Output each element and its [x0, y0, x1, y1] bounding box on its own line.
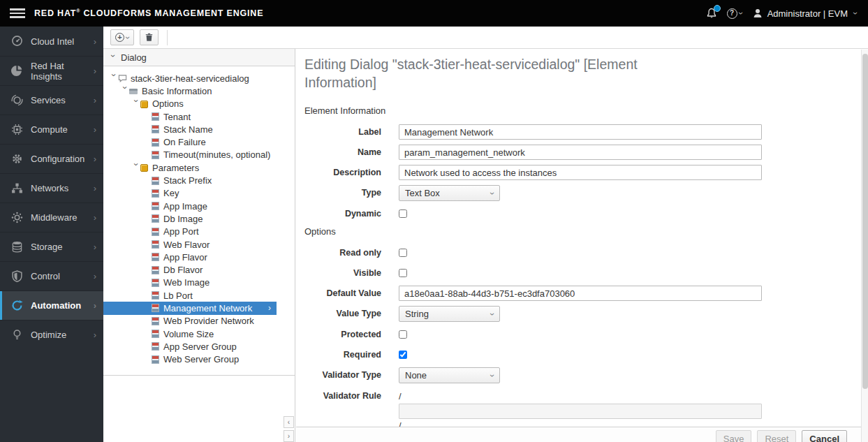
reset-button[interactable]: Reset [757, 430, 796, 442]
default-value-input[interactable] [399, 286, 762, 301]
required-checkbox[interactable] [399, 351, 407, 359]
group-icon [140, 101, 148, 108]
element-icon [152, 291, 159, 300]
collapse-panel-button[interactable]: ‹ [284, 416, 294, 428]
name-input[interactable] [399, 145, 762, 160]
protected-checkbox[interactable] [399, 330, 407, 339]
app-brand-title: RED HAT® CLOUDFORMS MANAGEMENT ENGINE [34, 8, 263, 18]
chevron-down-icon[interactable]: › [110, 74, 117, 83]
chevron-down-icon[interactable]: › [133, 163, 140, 172]
sidebar-item-red-hat-insights[interactable]: Red Hat Insights› [0, 56, 103, 85]
tree-item-app-server-group[interactable]: App Server Group [103, 340, 295, 353]
sidebar-item-networks[interactable]: Networks› [0, 173, 103, 202]
chevron-down-icon[interactable]: › [122, 87, 128, 96]
sidebar-item-automation[interactable]: Automation› [0, 290, 103, 320]
chevron-right-icon: › [94, 300, 96, 311]
element-icon [152, 151, 159, 159]
tree-item-volume-size[interactable]: Volume Size [103, 327, 295, 340]
select-value: Text Box [405, 188, 440, 198]
form-button-bar: SaveResetCancel [296, 427, 861, 442]
element-icon [152, 355, 159, 364]
tree-item-label: App Flavor [163, 252, 207, 263]
chevron-right-icon: › [94, 183, 96, 193]
notifications-bell-icon[interactable] [706, 8, 717, 19]
validator-rule-input[interactable] [399, 404, 762, 419]
help-menu-button[interactable]: ? › [727, 8, 742, 19]
sidebar-item-label: Red Hat Insights [31, 61, 94, 82]
tree-item-parameters[interactable]: ›Parameters [103, 161, 295, 174]
sidebar-item-services[interactable]: Services› [0, 85, 103, 115]
hamburger-menu-icon[interactable] [10, 8, 25, 18]
label-input[interactable] [399, 124, 762, 140]
tree-item-db-image[interactable]: Db Image [103, 212, 295, 225]
form-row-default-value: Default Value [304, 286, 861, 301]
element-icon [152, 189, 159, 198]
visible-checkbox[interactable] [399, 269, 407, 277]
validator-type-select[interactable]: None› [399, 367, 500, 383]
sidebar-item-middleware[interactable]: Middleware› [0, 202, 103, 232]
validator-rule-prefix: / [399, 388, 861, 404]
dynamic-checkbox[interactable] [399, 209, 407, 218]
element-icon [152, 214, 159, 223]
automate-icon [11, 300, 24, 312]
element-icon [152, 202, 159, 210]
sidebar-item-optimize[interactable]: Optimize› [0, 320, 103, 349]
sidebar-item-compute[interactable]: Compute› [0, 115, 103, 144]
explorer-toolbar: + › [103, 27, 868, 49]
tree-item-stack-name[interactable]: Stack Name [103, 123, 295, 135]
tree-item-timeout-minutes-optional-[interactable]: Timeout(minutes, optional) [103, 149, 295, 161]
tree-item-lb-port[interactable]: Lb Port [103, 289, 295, 302]
tree-item-label: App Image [163, 201, 207, 212]
tree-item-on-failure[interactable]: On Failure [103, 135, 295, 148]
save-button[interactable]: Save [716, 430, 752, 442]
chevron-right-icon: › [94, 95, 96, 105]
trash-icon [145, 33, 154, 42]
tree-item-web-provider-network[interactable]: Web Provider Network [103, 315, 295, 327]
add-dropdown-button[interactable]: + › [110, 29, 134, 45]
sidebar-item-label: Storage [31, 242, 63, 252]
form-row-visible: Visible [304, 265, 861, 281]
dialog-tree: ›stack-3tier-heat-servicedialog›Basic In… [103, 66, 295, 376]
tree-item-tenant[interactable]: Tenant [103, 110, 295, 123]
description-input[interactable] [399, 165, 762, 180]
delete-button[interactable] [140, 29, 159, 45]
field-label: Dynamic [304, 206, 381, 219]
chevron-down-icon[interactable]: › [133, 99, 140, 108]
tree-item-basic-information[interactable]: ›Basic Information [103, 84, 295, 97]
chevron-right-icon: › [94, 330, 96, 340]
tree-item-stack-3tier-heat-servicedialog[interactable]: ›stack-3tier-heat-servicedialog [103, 72, 295, 84]
tree-item-options[interactable]: ›Options [103, 98, 295, 110]
tree-item-web-server-group[interactable]: Web Server Group [103, 353, 295, 366]
value-type-select[interactable]: String› [399, 306, 500, 322]
tree-item-stack-prefix[interactable]: Stack Prefix [103, 174, 295, 186]
sidebar-item-control[interactable]: Control› [0, 261, 103, 290]
tree-item-key[interactable]: Key [103, 187, 295, 200]
tree-item-management-network[interactable]: Management Network› [103, 302, 277, 314]
tree-item-db-flavor[interactable]: Db Flavor [103, 263, 295, 276]
tree-item-label: Basic Information [142, 86, 212, 96]
tree-item-web-image[interactable]: Web Image [103, 277, 295, 289]
cancel-button[interactable]: Cancel [802, 430, 847, 442]
user-menu-button[interactable]: Administrator | EVM › [752, 8, 857, 19]
chevron-right-icon: › [94, 212, 96, 223]
chevron-down-icon: › [489, 313, 496, 316]
field-label: Default Value [304, 286, 381, 298]
tree-item-label: Web Flavor [163, 240, 209, 250]
scrollbar-thumb[interactable] [862, 54, 868, 389]
element-icon [152, 240, 159, 249]
read-only-checkbox[interactable] [399, 249, 407, 257]
sidebar-item-label: Services [31, 95, 66, 105]
type-select[interactable]: Text Box› [399, 185, 500, 201]
sidebar-item-cloud-intel[interactable]: Cloud Intel› [0, 27, 103, 56]
sidebar-item-label: Control [31, 271, 60, 281]
user-icon [752, 8, 763, 19]
expand-panel-button[interactable]: › [284, 430, 294, 442]
tree-item-label: Management Network [163, 303, 252, 314]
tree-item-app-flavor[interactable]: App Flavor [103, 251, 295, 263]
tree-item-app-port[interactable]: App Port [103, 226, 295, 238]
sidebar-item-storage[interactable]: Storage› [0, 232, 103, 261]
sidebar-item-configuration[interactable]: Configuration› [0, 144, 103, 173]
tree-item-app-image[interactable]: App Image [103, 200, 295, 212]
accordion-header-dialog[interactable]: › Dialog [103, 49, 295, 66]
tree-item-web-flavor[interactable]: Web Flavor [103, 238, 295, 251]
